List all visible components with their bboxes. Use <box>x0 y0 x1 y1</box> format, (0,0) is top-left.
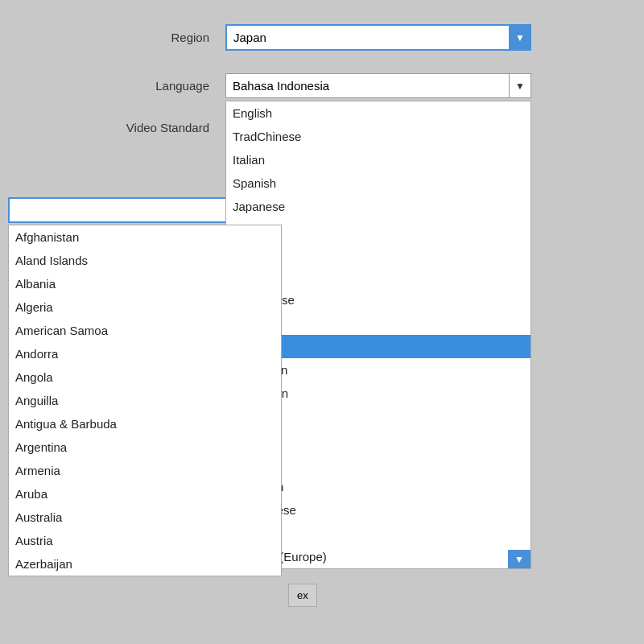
country-option[interactable]: Anguilla <box>9 389 281 412</box>
country-option[interactable]: Antigua & Barbuda <box>9 412 281 436</box>
country-option[interactable]: Australia <box>9 506 281 529</box>
country-option[interactable]: Austria <box>9 529 281 552</box>
country-option[interactable]: Afghanistan <box>9 225 281 249</box>
language-option[interactable]: Spanish <box>226 171 530 195</box>
country-option[interactable]: Andorra <box>9 342 281 365</box>
language-input[interactable] <box>225 73 531 98</box>
region-label: Region <box>64 31 225 44</box>
country-option[interactable]: American Samoa <box>9 319 281 342</box>
country-option[interactable]: Albania <box>9 272 281 295</box>
left-panel: AfghanistanAland IslandsAlbaniaAlgeriaAm… <box>8 197 317 607</box>
language-dropdown-container: EnglishTradChineseItalianSpanishJapanese… <box>225 73 531 98</box>
country-option[interactable]: Azerbaijan <box>9 552 281 576</box>
country-option[interactable]: Algeria <box>9 295 281 319</box>
country-open-dropdown: AfghanistanAland IslandsAlbaniaAlgeriaAm… <box>8 225 282 576</box>
video-standard-label: Video Standard <box>64 121 225 134</box>
region-input[interactable] <box>225 24 531 51</box>
language-row: Language EnglishTradChineseItalianSpanis… <box>64 73 644 98</box>
language-option[interactable]: TradChinese <box>226 125 530 148</box>
language-label: Language <box>64 79 225 93</box>
country-option[interactable]: Aruba <box>9 482 281 506</box>
settings-panel: Region Language EnglishTradChineseItalia… <box>64 24 644 157</box>
region-dropdown-container <box>225 24 531 51</box>
language-option[interactable]: English <box>226 101 530 125</box>
country-option[interactable]: Armenia <box>9 459 281 482</box>
country-option[interactable]: Angola <box>9 365 281 389</box>
language-dropdown-bottom-arrow[interactable] <box>508 550 530 569</box>
language-option[interactable]: Japanese <box>226 195 530 218</box>
country-options-list[interactable]: AfghanistanAland IslandsAlbaniaAlgeriaAm… <box>9 225 281 576</box>
language-option[interactable]: Italian <box>226 148 530 171</box>
country-option[interactable]: Aland Islands <box>9 249 281 272</box>
country-option[interactable]: Argentina <box>9 436 281 459</box>
ex-button[interactable]: ex <box>288 584 317 607</box>
region-row: Region <box>64 24 644 51</box>
